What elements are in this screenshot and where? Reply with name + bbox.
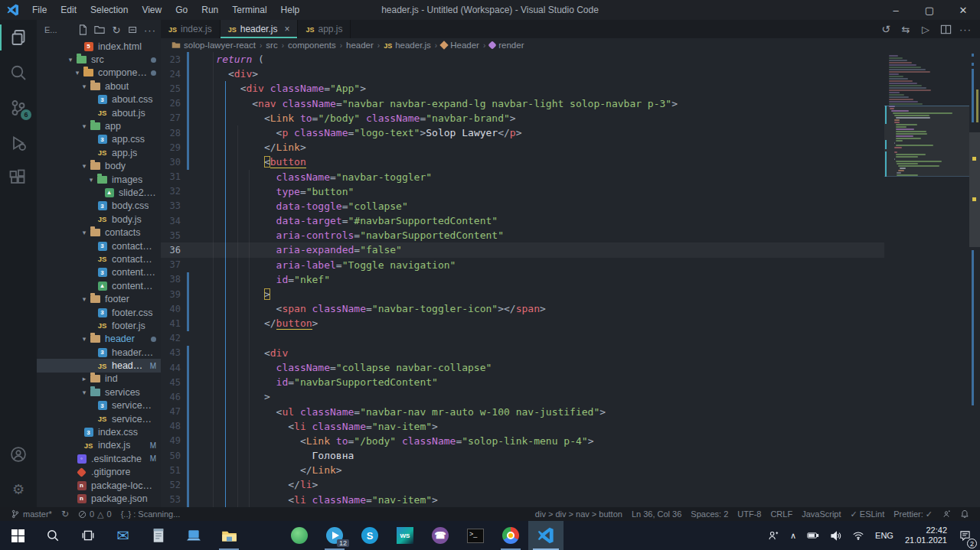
activitybar-settings[interactable]: ⚙: [0, 472, 37, 507]
taskbar-notepad[interactable]: [141, 521, 176, 550]
code-line-26[interactable]: 26 <nav className="navbar navbar-expand-…: [161, 96, 884, 111]
tree-item-about[interactable]: ▾about: [37, 80, 161, 93]
collapse-folders-button[interactable]: [126, 22, 141, 37]
menu-edit[interactable]: Edit: [54, 0, 83, 20]
tray-volume[interactable]: [825, 521, 847, 550]
language-indicator[interactable]: ENG: [870, 521, 899, 550]
status-eol[interactable]: CRLF: [766, 509, 797, 519]
tree-item-services.css[interactable]: 3services.css: [37, 399, 161, 412]
tree-item-footer.css[interactable]: 3footer.css: [37, 306, 161, 319]
tree-item-app.css[interactable]: 3app.css: [37, 133, 161, 146]
taskbar-chrome[interactable]: [493, 521, 528, 550]
menu-run[interactable]: Run: [194, 0, 225, 20]
tree-item-header.css[interactable]: 3header.css: [37, 346, 161, 359]
tree-item-services.js[interactable]: JSservices.js: [37, 412, 161, 425]
tree-item-index.css[interactable]: 3index.css: [37, 425, 161, 438]
tray-network[interactable]: [847, 521, 870, 550]
code-line-49[interactable]: 49 <Link to="/body" className="solop-lin…: [161, 434, 884, 448]
code-line-29[interactable]: 29 </Link>: [161, 140, 884, 155]
code-line-27[interactable]: 27 <Link to="/body" className="navbar-br…: [161, 111, 884, 125]
activitybar-explorer[interactable]: [0, 20, 37, 55]
code-line-48[interactable]: 48 <li className="nav-item">: [161, 419, 884, 434]
more-actions-button[interactable]: ···: [957, 21, 974, 37]
maximize-button[interactable]: ▢: [913, 0, 946, 20]
code-line-44[interactable]: 44 className="collapse navbar-collapse": [161, 360, 884, 375]
taskbar-webstorm[interactable]: WS: [387, 521, 423, 550]
status-encoding[interactable]: UTF-8: [733, 509, 766, 519]
code-line-50[interactable]: 50 Головна: [161, 448, 884, 463]
taskbar-file-explorer[interactable]: [211, 521, 247, 550]
tree-item-.gitignore[interactable]: .gitignore: [37, 466, 161, 479]
activitybar-source-control[interactable]: 6: [0, 90, 37, 125]
minimap[interactable]: [884, 52, 969, 507]
tray-people[interactable]: [763, 521, 785, 550]
breadcrumb-header.js[interactable]: JSheader.js: [384, 41, 431, 50]
code-line-40[interactable]: 40 <span className="navbar-toggler-icon"…: [161, 301, 884, 316]
status-cursor-position[interactable]: Ln 36, Col 36: [627, 509, 686, 519]
tree-item-package-lock.json[interactable]: npackage-lock.json: [37, 479, 161, 492]
breadcrumb[interactable]: solop-lawyer-react›src›components›header…: [161, 38, 980, 52]
menu-go[interactable]: Go: [168, 0, 194, 20]
code-line-51[interactable]: 51 </Link>: [161, 463, 884, 477]
refresh-button[interactable]: ↻: [109, 22, 124, 37]
breadcrumb-render[interactable]: render: [489, 41, 524, 50]
code-line-46[interactable]: 46 >: [161, 389, 884, 404]
breadcrumb-header[interactable]: header: [346, 41, 374, 50]
status-notifications-bell[interactable]: [956, 509, 974, 519]
taskbar-telegram[interactable]: 12: [317, 521, 352, 550]
code-line-53[interactable]: 53 <li className="nav-item">: [161, 493, 884, 507]
tree-item-.eslintcache[interactable]: ◦.eslintcacheM: [37, 452, 161, 465]
code-line-30[interactable]: 30 <button: [161, 155, 884, 169]
status-language[interactable]: JavaScript: [797, 509, 845, 519]
menu-terminal[interactable]: Terminal: [225, 0, 273, 20]
tree-item-images[interactable]: ▾images: [37, 173, 161, 186]
scrollbar[interactable]: [969, 52, 980, 507]
code-line-33[interactable]: 33 data-toggle="collapse": [161, 199, 884, 213]
more-actions-button[interactable]: ···: [142, 22, 158, 37]
tree-item-body.css[interactable]: 3body.css: [37, 200, 161, 213]
taskbar-clock[interactable]: 22:4221.01.2021: [899, 526, 953, 545]
tree-item-footer[interactable]: ▾footer: [37, 292, 161, 305]
tree-item-package.json[interactable]: npackage.json: [37, 492, 161, 505]
taskbar-terminal[interactable]: >_: [458, 521, 493, 550]
status-eslint[interactable]: ✓ ESLint: [846, 509, 890, 519]
tree-item-contacts.js[interactable]: JScontacts.js: [37, 252, 161, 265]
action-center[interactable]: 2: [953, 521, 980, 550]
tree-item-footer.js[interactable]: JSfooter.js: [37, 319, 161, 332]
tree-item-services[interactable]: ▾services: [37, 386, 161, 399]
code-line-35[interactable]: 35 aria-controls="navbarSupportedContent…: [161, 228, 884, 242]
code-line-34[interactable]: 34 data-target="#navbarSupportedContent": [161, 213, 884, 228]
code-line-41[interactable]: 41 </button>: [161, 316, 884, 330]
status-feedback[interactable]: [937, 509, 956, 519]
code-line-23[interactable]: 23 return (: [161, 52, 884, 67]
taskbar-skype[interactable]: S: [352, 521, 387, 550]
code-line-24[interactable]: 24 <div>: [161, 67, 884, 81]
tree-item-body[interactable]: ▾body: [37, 160, 161, 173]
tree-item-contacts[interactable]: ▾contacts: [37, 226, 161, 239]
split-editor-button[interactable]: [937, 21, 954, 37]
status-prettier[interactable]: Prettier: ✓: [889, 509, 937, 519]
tree-item-app.js[interactable]: JSapp.js: [37, 146, 161, 159]
breadcrumb-Header[interactable]: Header: [441, 41, 479, 50]
run-button[interactable]: ▷: [917, 21, 934, 37]
code-line-39[interactable]: 39 >: [161, 287, 884, 301]
tree-item-about.css[interactable]: 3about.css: [37, 93, 161, 106]
tree-item-body.js[interactable]: JSbody.js: [37, 213, 161, 226]
taskbar-task-view[interactable]: [70, 521, 106, 550]
tree-item-contacts.css[interactable]: 3contacts.css: [37, 239, 161, 252]
taskbar-viber[interactable]: ☎: [423, 521, 458, 550]
taskbar-vscode[interactable]: [528, 521, 564, 550]
taskbar-laptop[interactable]: [176, 521, 211, 550]
code-line-42[interactable]: 42: [161, 331, 884, 346]
code-line-38[interactable]: 38 id="nkef": [161, 272, 884, 287]
breadcrumb-src[interactable]: src: [266, 41, 277, 50]
status-sync[interactable]: ↻: [57, 509, 74, 519]
tab-index.js[interactable]: JSindex.js: [161, 20, 220, 38]
status-problems[interactable]: 0△0: [74, 509, 116, 519]
tree-item-contentBg.jpg[interactable]: ▴contentBg.jpg: [37, 279, 161, 292]
tree-item-header[interactable]: ▾header: [37, 333, 161, 346]
taskbar-green-app[interactable]: [282, 521, 317, 550]
tree-item-about.js[interactable]: JSabout.js: [37, 106, 161, 119]
taskbar-search[interactable]: [35, 521, 70, 550]
taskbar-start[interactable]: [0, 521, 35, 550]
